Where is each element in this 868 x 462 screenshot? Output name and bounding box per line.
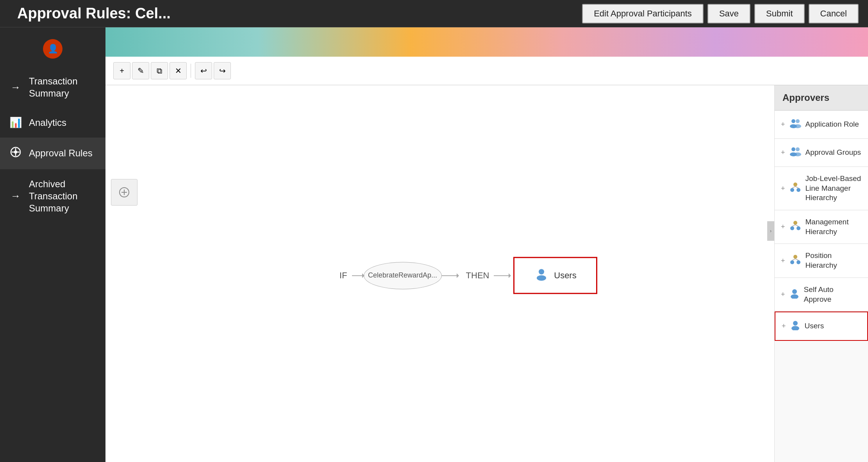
archived-transaction-summary-icon: → [9, 190, 22, 202]
approval-rules-icon [9, 146, 22, 161]
approver-add-icon-position-hierarchy: + [781, 257, 785, 265]
svg-point-27 [793, 255, 797, 259]
approver-item-job-level-hierarchy[interactable]: + Job-Level-Based Line Manager Hierarchy [775, 167, 868, 210]
approver-label-users: Users [805, 321, 824, 331]
submit-button[interactable]: Submit [754, 4, 804, 23]
approver-icon-job-level-hierarchy [789, 182, 802, 195]
approver-icon-approval-groups [789, 146, 802, 159]
approver-item-approval-groups[interactable]: + Approval Groups [775, 139, 868, 167]
svg-line-26 [795, 225, 798, 226]
sidebar-item-analytics[interactable]: 📊 Analytics [0, 108, 105, 137]
connector-pre-condition [352, 275, 364, 276]
approver-icon-self-auto-approve [789, 288, 800, 301]
svg-line-21 [795, 186, 798, 188]
transaction-summary-icon: → [9, 81, 22, 93]
approver-icon-position-hierarchy [789, 254, 802, 268]
edit-approval-participants-button[interactable]: Edit Approval Participants [582, 4, 704, 23]
svg-point-7 [539, 269, 544, 274]
diagram-then-label: THEN [461, 270, 494, 281]
redo-button[interactable]: ↪ [214, 62, 231, 79]
svg-point-16 [794, 152, 801, 156]
approver-item-self-auto-approve[interactable]: + Self Auto Approve [775, 278, 868, 312]
svg-point-32 [792, 289, 797, 294]
header: Approval Rules: Cel... Edit Approval Par… [0, 0, 868, 27]
save-button[interactable]: Save [707, 4, 750, 23]
sidebar-item-transaction-summary[interactable]: → Transaction Summary [0, 66, 105, 108]
svg-point-17 [793, 183, 797, 186]
delete-button[interactable]: ✕ [170, 62, 187, 79]
approver-label-self-auto-approve: Self Auto Approve [804, 285, 862, 304]
approvers-panel: Approvers + Application Role [774, 85, 868, 462]
svg-point-34 [793, 321, 798, 326]
cancel-button[interactable]: Cancel [809, 4, 859, 23]
svg-point-23 [790, 226, 794, 230]
approver-item-users[interactable]: + Users [775, 312, 868, 341]
sidebar-item-approval-rules[interactable]: Approval Rules [0, 138, 105, 169]
approver-add-icon-job-level-hierarchy: + [781, 184, 785, 193]
svg-point-8 [537, 275, 546, 281]
approver-icon-users [790, 319, 801, 333]
svg-point-24 [797, 226, 800, 230]
edit-button[interactable]: ✎ [132, 62, 149, 79]
svg-line-31 [795, 259, 798, 260]
approver-label-management-hierarchy: Management Hierarchy [805, 217, 862, 236]
diagram-users-node[interactable]: Users [513, 257, 597, 294]
sidebar-label-approval-rules: Approval Rules [29, 147, 93, 159]
svg-point-12 [794, 124, 801, 128]
diagram-if-label: IF [335, 270, 352, 281]
svg-point-13 [791, 147, 795, 151]
svg-point-9 [791, 119, 795, 123]
sidebar-label-archived-transaction-summary: Archived Transaction Summary [29, 178, 96, 215]
approver-label-job-level-hierarchy: Job-Level-Based Line Manager Hierarchy [805, 174, 862, 203]
svg-line-20 [792, 186, 795, 188]
approver-icon-application-role [789, 118, 802, 131]
sidebar: 👤 → Transaction Summary 📊 Analytics Appr… [0, 27, 105, 462]
approver-label-application-role: Application Role [805, 120, 859, 129]
approver-icon-management-hierarchy [789, 220, 802, 234]
approver-add-icon-users: + [782, 322, 786, 330]
analytics-icon: 📊 [9, 116, 22, 129]
copy-button[interactable]: ⧉ [151, 62, 168, 79]
undo-button[interactable]: ↩ [195, 62, 212, 79]
diagram-condition-node[interactable]: CelebrateRewardAp... [364, 262, 442, 289]
connector-mid [442, 273, 461, 278]
approvers-panel-header: Approvers [775, 85, 868, 111]
banner-image [105, 27, 868, 57]
approver-add-icon-approval-groups: + [781, 149, 785, 157]
svg-point-35 [791, 326, 799, 330]
add-button[interactable]: + [113, 62, 130, 79]
svg-point-18 [790, 188, 794, 192]
approver-item-position-hierarchy[interactable]: + Position Hierarchy [775, 244, 868, 278]
toolbar: + ✎ ⧉ ✕ ↩ ↪ [105, 57, 868, 85]
approver-item-application-role[interactable]: + Application Role [775, 111, 868, 139]
user-avatar[interactable]: 👤 [43, 39, 63, 59]
body: 👤 → Transaction Summary 📊 Analytics Appr… [0, 27, 868, 462]
svg-point-3 [14, 150, 17, 154]
sidebar-label-analytics: Analytics [29, 116, 66, 129]
toolbar-separator [191, 64, 191, 78]
header-title: Approval Rules: Cel... [17, 5, 582, 22]
connector-post-then [494, 273, 513, 278]
svg-line-30 [792, 259, 795, 260]
navigate-button[interactable] [111, 179, 138, 206]
svg-point-28 [790, 260, 794, 264]
panel-collapse-handle[interactable]: › [767, 221, 774, 241]
header-buttons: Edit Approval Participants Save Submit C… [582, 4, 859, 23]
diagram-condition-label: CelebrateRewardAp... [368, 271, 437, 279]
svg-line-25 [792, 225, 795, 226]
users-node-icon [534, 267, 548, 284]
approver-add-icon-management-hierarchy: + [781, 223, 785, 231]
sidebar-label-transaction-summary: Transaction Summary [29, 75, 96, 99]
diagram-canvas: IF CelebrateRewardAp... [105, 85, 774, 462]
sidebar-item-archived-transaction-summary[interactable]: → Archived Transaction Summary [0, 169, 105, 223]
canvas-area: IF CelebrateRewardAp... [105, 85, 868, 462]
approver-label-approval-groups: Approval Groups [805, 148, 861, 158]
approver-item-management-hierarchy[interactable]: + Management Hierarchy [775, 210, 868, 244]
diagram-users-label: Users [554, 270, 576, 281]
approver-add-icon-application-role: + [781, 120, 785, 129]
approver-add-icon-self-auto-approve: + [781, 290, 785, 299]
svg-point-22 [793, 221, 797, 225]
approver-label-position-hierarchy: Position Hierarchy [805, 251, 862, 270]
svg-point-10 [796, 119, 800, 123]
svg-point-29 [797, 260, 800, 264]
